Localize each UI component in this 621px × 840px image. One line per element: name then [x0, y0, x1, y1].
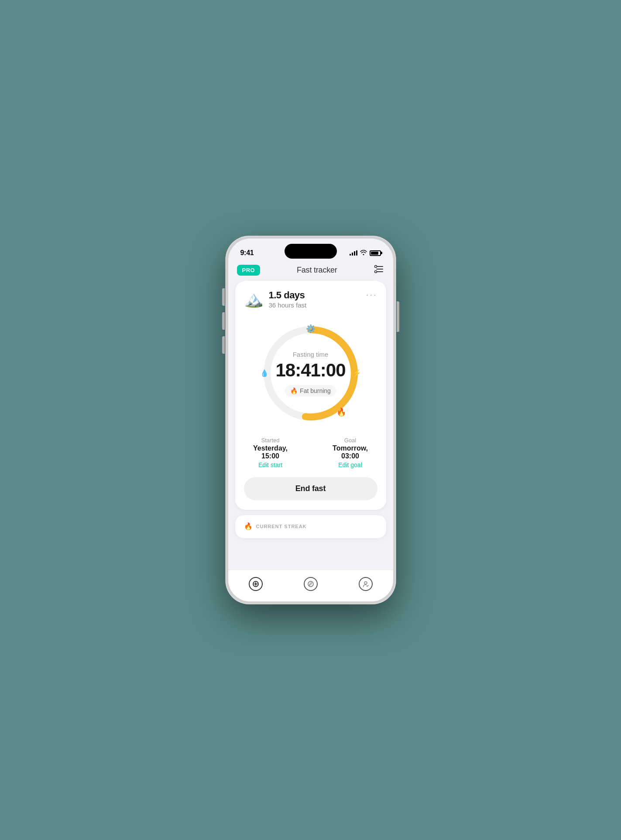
- svg-point-15: [364, 582, 367, 584]
- fat-burning-badge: 🔥 Fat burning: [285, 385, 336, 396]
- start-time-block: Started Yesterday, 15:00 Edit start: [244, 437, 297, 468]
- fast-goal-info: 🏔️ 1.5 days 36 hours fast: [244, 290, 307, 309]
- end-fast-button[interactable]: End fast: [244, 477, 377, 500]
- profile-nav-icon: [359, 577, 373, 591]
- svg-point-4: [375, 271, 377, 273]
- settings-icon[interactable]: [374, 265, 384, 276]
- home-nav-icon: [249, 577, 263, 591]
- phone-screen: 9:41 PRO Fast tracker: [228, 239, 393, 601]
- svg-text:🔥: 🔥: [336, 407, 347, 417]
- goal-time-block: Goal Tomorrow, 03:00 Edit goal: [323, 437, 377, 468]
- fat-burning-label: Fat burning: [300, 387, 331, 394]
- battery-icon: [370, 250, 381, 256]
- wifi-icon: [360, 249, 367, 256]
- status-time: 9:41: [240, 249, 254, 257]
- streak-label: CURRENT STREAK: [256, 524, 307, 529]
- nav-item-explore[interactable]: [295, 575, 326, 593]
- mountain-icon: 🏔️: [244, 291, 264, 307]
- timer-content: Fasting time 18:41:00 🔥 Fat burning: [275, 351, 345, 396]
- page-title: Fast tracker: [297, 266, 337, 275]
- more-menu-button[interactable]: ···: [366, 290, 377, 297]
- status-icons: [350, 249, 381, 256]
- fast-goal-title: 1.5 days: [269, 290, 307, 301]
- dynamic-island: [285, 244, 337, 259]
- svg-point-3: [375, 266, 377, 268]
- time-info-row: Started Yesterday, 15:00 Edit start Goal…: [244, 437, 377, 468]
- bottom-nav: [228, 570, 393, 601]
- svg-marker-14: [309, 583, 312, 586]
- goal-label: Goal: [323, 437, 377, 444]
- fasting-label: Fasting time: [275, 351, 345, 358]
- fast-goal-subtitle: 36 hours fast: [269, 301, 307, 309]
- nav-item-home[interactable]: [240, 575, 271, 593]
- streak-card: 🔥 CURRENT STREAK: [235, 515, 386, 538]
- started-value: Yesterday, 15:00: [244, 444, 297, 460]
- nav-item-profile[interactable]: [350, 575, 381, 593]
- main-card: 🏔️ 1.5 days 36 hours fast ···: [235, 281, 386, 510]
- pro-badge[interactable]: PRO: [237, 265, 261, 276]
- phone-frame: 9:41 PRO Fast tracker: [226, 236, 396, 604]
- svg-point-13: [308, 581, 313, 587]
- timer-section: ⚙️ ⚡ 🔥 💧 Fasting time 18:41:00 🔥 Fat bur…: [244, 317, 377, 430]
- fast-goal-text: 1.5 days 36 hours fast: [269, 290, 307, 309]
- goal-value: Tomorrow, 03:00: [323, 444, 377, 460]
- flame-icon: 🔥: [290, 387, 298, 394]
- svg-text:💧: 💧: [260, 369, 269, 377]
- signal-icon: [350, 250, 357, 256]
- streak-fire-icon: 🔥: [244, 522, 253, 530]
- timer-display: 18:41:00: [275, 360, 345, 381]
- svg-text:⚡: ⚡: [353, 369, 361, 377]
- app-header: PRO Fast tracker: [228, 261, 393, 281]
- fast-goal-header: 🏔️ 1.5 days 36 hours fast ···: [244, 290, 377, 309]
- edit-goal-button[interactable]: Edit goal: [323, 461, 377, 468]
- streak-header: 🔥 CURRENT STREAK: [244, 522, 377, 530]
- edit-start-button[interactable]: Edit start: [244, 461, 297, 468]
- started-label: Started: [244, 437, 297, 444]
- svg-text:⚙️: ⚙️: [306, 324, 316, 334]
- explore-nav-icon: [304, 577, 318, 591]
